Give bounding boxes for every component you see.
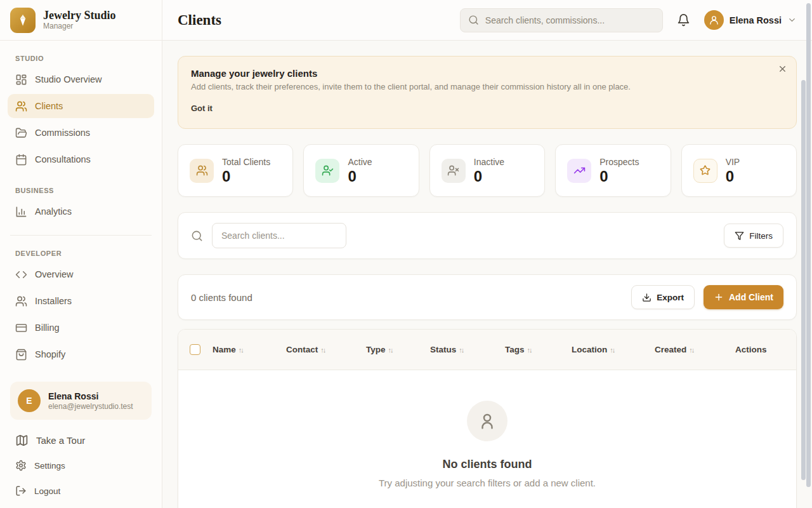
sidebar-item-label: Commissions <box>35 128 90 138</box>
sidebar-item-settings[interactable]: Settings <box>8 453 154 478</box>
brand-role: Manager <box>43 22 116 31</box>
logout-icon <box>15 485 27 497</box>
stat-label: Active <box>348 156 372 168</box>
add-client-label: Add Client <box>729 292 773 302</box>
filter-funnel-icon <box>735 231 744 241</box>
download-icon <box>642 293 652 302</box>
plus-icon <box>714 292 724 302</box>
vertical-scrollbar[interactable] <box>806 3 811 487</box>
users-icon <box>15 295 27 307</box>
stat-value: 0 <box>599 168 639 185</box>
column-header-created[interactable]: Created↑↓ <box>655 345 735 354</box>
users-icon <box>190 159 214 183</box>
stat-value: 0 <box>348 168 372 185</box>
user-icon <box>467 401 508 441</box>
sort-icon: ↑↓ <box>689 346 693 354</box>
sidebar-item-label: Consultations <box>35 154 91 164</box>
section-label-studio: STUDIO <box>15 55 147 62</box>
notifications-bell-icon[interactable] <box>677 13 690 27</box>
sort-icon: ↑↓ <box>320 346 325 354</box>
section-label-developer: DEVELOPER <box>15 250 147 257</box>
user-menu-name: Elena Rossi <box>730 15 782 25</box>
sidebar-item-shopify[interactable]: Shopify <box>8 342 154 366</box>
trending-up-icon <box>567 159 591 183</box>
map-icon <box>15 434 29 447</box>
sort-icon: ↑↓ <box>239 346 243 354</box>
global-search-input[interactable] <box>485 15 655 25</box>
clients-table: Name↑↓ Contact↑↓ Type↑↓ Status↑↓ Tags↑↓ … <box>178 329 797 508</box>
stat-value: 0 <box>222 168 270 185</box>
column-header-actions: Actions <box>735 345 785 354</box>
stat-value: 0 <box>474 168 504 185</box>
brand-name: Jewelry Studio <box>43 9 116 22</box>
sidebar-item-label: Billing <box>35 323 60 333</box>
banner-description: Add clients, track their preferences, in… <box>191 82 783 91</box>
gear-icon <box>15 460 27 471</box>
column-header-type[interactable]: Type↑↓ <box>366 345 430 354</box>
avatar-user-icon <box>704 10 724 30</box>
sort-icon: ↑↓ <box>527 346 532 354</box>
bar-chart-icon <box>15 206 27 218</box>
main-area: Clients Elena Rossi Manage your jewelry … <box>162 0 812 508</box>
client-search-input[interactable] <box>212 223 346 248</box>
sort-icon: ↑↓ <box>459 346 463 354</box>
empty-state-title: No clients found <box>443 458 532 471</box>
global-search[interactable] <box>460 8 663 32</box>
onboarding-banner: Manage your jewelry clients Add clients,… <box>178 56 797 129</box>
topbar: Clients Elena Rossi <box>162 0 812 41</box>
user-x-icon <box>442 159 466 183</box>
sidebar-item-studio-overview[interactable]: Studio Overview <box>8 67 154 91</box>
column-header-location[interactable]: Location↑↓ <box>572 345 655 354</box>
got-it-button[interactable]: Got it <box>191 100 213 117</box>
add-client-button[interactable]: Add Client <box>704 285 783 309</box>
sidebar-divider <box>10 235 152 236</box>
column-header-tags[interactable]: Tags↑↓ <box>505 345 572 354</box>
select-all-checkbox[interactable] <box>190 344 200 355</box>
dashboard-icon <box>15 74 27 86</box>
sidebar-item-label: Take a Tour <box>36 435 85 446</box>
star-icon <box>693 159 717 183</box>
sidebar-item-label: Shopify <box>35 349 65 359</box>
stat-label: VIP <box>726 156 740 168</box>
sidebar-item-dev-overview[interactable]: Overview <box>8 262 154 286</box>
sidebar-item-consultations[interactable]: Consultations <box>8 147 154 171</box>
folder-open-icon <box>15 127 27 139</box>
sidebar-item-label: Studio Overview <box>35 74 102 84</box>
user-menu[interactable]: Elena Rossi <box>704 10 797 30</box>
sidebar-item-label: Logout <box>34 486 60 496</box>
filters-button[interactable]: Filters <box>724 224 783 248</box>
gem-logo-icon <box>10 8 36 33</box>
sidebar-item-take-a-tour[interactable]: Take a Tour <box>8 427 154 453</box>
stat-value: 0 <box>726 168 740 185</box>
credit-card-icon <box>15 322 27 334</box>
column-header-status[interactable]: Status↑↓ <box>430 345 505 354</box>
sidebar-user-card[interactable]: E Elena Rossi elena@jewelrystudio.test <box>10 382 152 420</box>
sidebar-item-billing[interactable]: Billing <box>8 316 154 340</box>
empty-state: No clients found Try adjusting your sear… <box>178 370 796 488</box>
column-header-name[interactable]: Name↑↓ <box>213 345 286 354</box>
sidebar-item-analytics[interactable]: Analytics <box>8 199 154 224</box>
sidebar-item-label: Analytics <box>35 206 72 217</box>
column-header-contact[interactable]: Contact↑↓ <box>286 345 366 354</box>
sidebar-item-logout[interactable]: Logout <box>8 478 154 504</box>
stat-card-total-clients: Total Clients 0 <box>178 144 293 197</box>
sidebar-item-installers[interactable]: Installers <box>8 289 154 313</box>
content-scrollbar[interactable] <box>801 80 806 480</box>
sidebar-item-label: Installers <box>35 296 72 306</box>
sidebar-item-commissions[interactable]: Commissions <box>8 121 154 145</box>
user-check-icon <box>315 159 339 183</box>
close-icon[interactable] <box>778 64 787 74</box>
page-title: Clients <box>178 12 221 29</box>
stat-card-inactive: Inactive 0 <box>429 144 545 197</box>
code-icon <box>15 269 27 281</box>
sidebar: Jewelry Studio Manager STUDIO Studio Ove… <box>0 0 162 508</box>
results-bar: 0 clients found Export Add Client <box>178 274 797 320</box>
export-button[interactable]: Export <box>631 285 695 309</box>
sort-icon: ↑↓ <box>388 346 393 354</box>
sidebar-item-clients[interactable]: Clients <box>8 94 154 118</box>
stat-label: Inactive <box>474 156 504 168</box>
stats-row: Total Clients 0 Active 0 Inactive 0 <box>178 144 797 197</box>
results-count: 0 clients found <box>191 292 252 303</box>
search-icon <box>468 15 479 25</box>
empty-state-subtitle: Try adjusting your search filters or add… <box>379 478 596 488</box>
